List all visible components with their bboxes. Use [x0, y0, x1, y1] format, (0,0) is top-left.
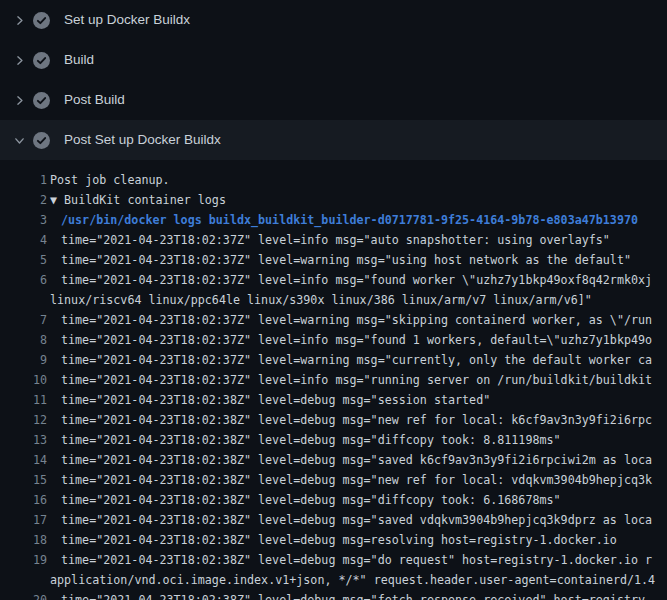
line-number[interactable]: 15 [0, 470, 47, 490]
workflow-log-viewer: Set up Docker BuildxBuildPost BuildPost … [0, 0, 667, 600]
log-line: 17time="2021-04-23T18:02:38Z" level=debu… [0, 510, 667, 530]
line-number[interactable]: 9 [0, 350, 47, 370]
line-number[interactable]: 4 [0, 230, 47, 250]
log-line: linux/riscv64 linux/ppc64le linux/s390x … [0, 290, 667, 310]
line-number[interactable]: 16 [0, 490, 47, 510]
step-label: Set up Docker Buildx [64, 13, 190, 27]
line-number[interactable]: 2 [0, 190, 47, 210]
log-line-text: time="2021-04-23T18:02:37Z" level=warnin… [61, 350, 652, 370]
line-number[interactable]: 11 [0, 390, 47, 410]
line-number[interactable]: 1 [0, 170, 47, 190]
log-line-text: time="2021-04-23T18:02:37Z" level=info m… [61, 230, 610, 250]
log-line-text: time="2021-04-23T18:02:38Z" level=debug … [61, 470, 652, 490]
step-label: Post Set up Docker Buildx [64, 133, 221, 147]
line-number[interactable]: 19 [0, 550, 47, 570]
line-number[interactable]: 14 [0, 450, 47, 470]
log-line-text: time="2021-04-23T18:02:38Z" level=debug … [61, 490, 561, 510]
step-label: Post Build [64, 93, 125, 107]
log-line: 5time="2021-04-23T18:02:37Z" level=warni… [0, 250, 667, 270]
log-line: 18time="2021-04-23T18:02:38Z" level=debu… [0, 530, 667, 550]
check-circle-icon [33, 132, 50, 149]
log-line: 16time="2021-04-23T18:02:38Z" level=debu… [0, 490, 667, 510]
line-number[interactable]: 10 [0, 370, 47, 390]
log-line: 3/usr/bin/docker logs buildx_buildkit_bu… [0, 210, 667, 230]
log-line: 10time="2021-04-23T18:02:37Z" level=info… [0, 370, 667, 390]
log-line: application/vnd.oci.image.index.v1+json,… [0, 570, 667, 590]
step-header-post-build[interactable]: Post Build [0, 80, 667, 120]
log-line-text: time="2021-04-23T18:02:37Z" level=warnin… [61, 310, 652, 330]
log-line: 13time="2021-04-23T18:02:38Z" level=debu… [0, 430, 667, 450]
step-header-post-set-up-docker-buildx[interactable]: Post Set up Docker Buildx [0, 120, 667, 160]
line-number [0, 570, 47, 590]
log-line: 4time="2021-04-23T18:02:37Z" level=info … [0, 230, 667, 250]
log-line: 12time="2021-04-23T18:02:38Z" level=debu… [0, 410, 667, 430]
log-line-text: time="2021-04-23T18:02:38Z" level=debug … [61, 430, 561, 450]
line-number[interactable]: 18 [0, 530, 47, 550]
log-line-text: time="2021-04-23T18:02:38Z" level=debug … [61, 410, 652, 430]
check-circle-icon [33, 92, 50, 109]
log-line-text: linux/riscv64 linux/ppc64le linux/s390x … [50, 290, 592, 310]
log-line: 11time="2021-04-23T18:02:38Z" level=debu… [0, 390, 667, 410]
log-line: 19time="2021-04-23T18:02:38Z" level=debu… [0, 550, 667, 570]
log-line: 9time="2021-04-23T18:02:37Z" level=warni… [0, 350, 667, 370]
log-line-text: time="2021-04-23T18:02:37Z" level=warnin… [61, 250, 631, 270]
line-number[interactable]: 7 [0, 310, 47, 330]
log-line-text: time="2021-04-23T18:02:37Z" level=info m… [61, 330, 652, 350]
chevron-down-icon [12, 133, 26, 147]
job-steps-list: Set up Docker BuildxBuildPost BuildPost … [0, 0, 667, 160]
chevron-right-icon [12, 53, 26, 67]
line-number[interactable]: 6 [0, 270, 47, 290]
step-header-build[interactable]: Build [0, 40, 667, 80]
line-number[interactable]: 20 [0, 590, 47, 600]
log-line-text: time="2021-04-23T18:02:37Z" level=info m… [61, 370, 652, 390]
step-label: Build [64, 53, 94, 67]
chevron-right-icon [12, 13, 26, 27]
check-circle-icon [33, 12, 50, 29]
log-line: 1Post job cleanup. [0, 170, 667, 190]
log-line: 14time="2021-04-23T18:02:38Z" level=debu… [0, 450, 667, 470]
log-line-text: time="2021-04-23T18:02:37Z" level=info m… [61, 270, 652, 290]
log-line-text: time="2021-04-23T18:02:38Z" level=debug … [61, 390, 490, 410]
log-area: 1Post job cleanup.2▼ BuildKit container … [0, 160, 667, 600]
log-group-header: ▼ BuildKit container logs [50, 190, 226, 210]
log-line: 15time="2021-04-23T18:02:38Z" level=debu… [0, 470, 667, 490]
group-toggle-icon[interactable]: ▼ [50, 193, 64, 207]
log-line-text: time="2021-04-23T18:02:38Z" level=debug … [61, 550, 652, 570]
line-number[interactable]: 13 [0, 430, 47, 450]
log-line-text: time="2021-04-23T18:02:38Z" level=debug … [61, 450, 652, 470]
log-line: 7time="2021-04-23T18:02:37Z" level=warni… [0, 310, 667, 330]
line-number[interactable]: 5 [0, 250, 47, 270]
group-label: BuildKit container logs [64, 193, 226, 207]
line-number[interactable]: 12 [0, 410, 47, 430]
log-line: 2▼ BuildKit container logs [0, 190, 667, 210]
log-line-text: Post job cleanup. [50, 170, 170, 190]
log-line: 6time="2021-04-23T18:02:37Z" level=info … [0, 270, 667, 290]
line-number[interactable]: 3 [0, 210, 47, 230]
command-text: /usr/bin/docker logs buildx_buildkit_bui… [61, 210, 638, 230]
line-number[interactable]: 8 [0, 330, 47, 350]
chevron-right-icon [12, 93, 26, 107]
log-line-text: time="2021-04-23T18:02:38Z" level=debug … [61, 590, 652, 600]
line-number [0, 290, 47, 310]
log-line-text: time="2021-04-23T18:02:38Z" level=debug … [61, 510, 652, 530]
step-header-set-up-docker-buildx[interactable]: Set up Docker Buildx [0, 0, 667, 40]
check-circle-icon [33, 52, 50, 69]
log-line-text: application/vnd.oci.image.index.v1+json,… [50, 570, 655, 590]
log-line: 20time="2021-04-23T18:02:38Z" level=debu… [0, 590, 667, 600]
log-line-text: time="2021-04-23T18:02:38Z" level=debug … [61, 530, 617, 550]
line-number[interactable]: 17 [0, 510, 47, 530]
log-line: 8time="2021-04-23T18:02:37Z" level=info … [0, 330, 667, 350]
